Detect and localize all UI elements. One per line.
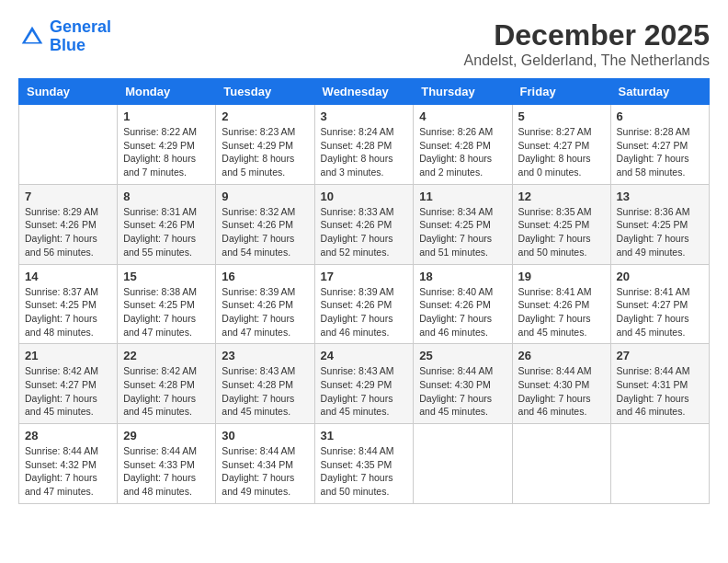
day-number: 3 (321, 109, 408, 123)
day-info: Sunrise: 8:42 AM Sunset: 4:27 PM Dayligh… (25, 364, 111, 419)
calendar-cell: 31Sunrise: 8:44 AM Sunset: 4:35 PM Dayli… (314, 424, 414, 504)
day-info: Sunrise: 8:23 AM Sunset: 4:29 PM Dayligh… (222, 125, 308, 179)
calendar-cell: 4Sunrise: 8:26 AM Sunset: 4:28 PM Daylig… (414, 105, 512, 185)
day-number: 26 (518, 349, 605, 362)
calendar-cell: 24Sunrise: 8:43 AM Sunset: 4:29 PM Dayli… (314, 344, 414, 424)
calendar-cell: 23Sunrise: 8:43 AM Sunset: 4:28 PM Dayli… (216, 344, 314, 424)
calendar-cell: 29Sunrise: 8:44 AM Sunset: 4:33 PM Dayli… (118, 424, 216, 504)
calendar-cell: 21Sunrise: 8:42 AM Sunset: 4:27 PM Dayli… (19, 344, 118, 424)
day-info: Sunrise: 8:35 AM Sunset: 4:25 PM Dayligh… (518, 205, 605, 259)
calendar-cell: 22Sunrise: 8:42 AM Sunset: 4:28 PM Dayli… (118, 344, 216, 424)
calendar-cell: 6Sunrise: 8:28 AM Sunset: 4:27 PM Daylig… (610, 105, 709, 185)
page-header: General Blue December 2025 Andelst, Geld… (18, 18, 710, 69)
logo-line2: Blue (50, 37, 111, 55)
day-number: 16 (222, 270, 308, 283)
calendar-cell: 12Sunrise: 8:35 AM Sunset: 4:25 PM Dayli… (512, 184, 610, 264)
calendar-cell: 15Sunrise: 8:38 AM Sunset: 4:25 PM Dayli… (118, 264, 216, 344)
day-info: Sunrise: 8:41 AM Sunset: 4:27 PM Dayligh… (617, 285, 703, 339)
calendar-cell (610, 424, 709, 504)
calendar-cell: 28Sunrise: 8:44 AM Sunset: 4:32 PM Dayli… (19, 424, 118, 504)
logo-line1: General (50, 17, 111, 36)
calendar-cell (19, 105, 118, 185)
day-info: Sunrise: 8:44 AM Sunset: 4:30 PM Dayligh… (419, 364, 506, 419)
day-number: 27 (617, 349, 703, 362)
day-number: 23 (222, 349, 308, 362)
calendar-week-row: 7Sunrise: 8:29 AM Sunset: 4:26 PM Daylig… (19, 184, 710, 264)
calendar-cell: 25Sunrise: 8:44 AM Sunset: 4:30 PM Dayli… (414, 344, 512, 424)
day-number: 12 (518, 190, 605, 203)
calendar-cell: 13Sunrise: 8:36 AM Sunset: 4:25 PM Dayli… (610, 184, 709, 264)
calendar-cell: 27Sunrise: 8:44 AM Sunset: 4:31 PM Dayli… (610, 344, 709, 424)
day-info: Sunrise: 8:29 AM Sunset: 4:26 PM Dayligh… (25, 205, 111, 259)
day-number: 28 (25, 429, 111, 442)
day-info: Sunrise: 8:36 AM Sunset: 4:25 PM Dayligh… (617, 205, 703, 259)
day-number: 2 (222, 109, 308, 123)
calendar-cell: 19Sunrise: 8:41 AM Sunset: 4:26 PM Dayli… (512, 264, 610, 344)
day-info: Sunrise: 8:22 AM Sunset: 4:29 PM Dayligh… (123, 125, 210, 179)
calendar-week-row: 14Sunrise: 8:37 AM Sunset: 4:25 PM Dayli… (19, 264, 710, 344)
day-number: 8 (123, 190, 210, 203)
calendar-cell: 17Sunrise: 8:39 AM Sunset: 4:26 PM Dayli… (314, 264, 414, 344)
day-info: Sunrise: 8:44 AM Sunset: 4:32 PM Dayligh… (25, 444, 111, 499)
day-info: Sunrise: 8:44 AM Sunset: 4:34 PM Dayligh… (222, 444, 308, 499)
column-header-sunday: Sunday (19, 79, 118, 105)
logo-icon (18, 23, 46, 51)
day-number: 4 (419, 109, 506, 123)
day-info: Sunrise: 8:24 AM Sunset: 4:28 PM Dayligh… (321, 125, 408, 179)
calendar-cell: 5Sunrise: 8:27 AM Sunset: 4:27 PM Daylig… (512, 105, 610, 185)
day-number: 25 (419, 349, 506, 362)
calendar-cell: 7Sunrise: 8:29 AM Sunset: 4:26 PM Daylig… (19, 184, 118, 264)
day-number: 14 (25, 270, 111, 283)
day-number: 22 (123, 349, 210, 362)
calendar-week-row: 21Sunrise: 8:42 AM Sunset: 4:27 PM Dayli… (19, 344, 710, 424)
day-info: Sunrise: 8:33 AM Sunset: 4:26 PM Dayligh… (321, 205, 408, 259)
column-header-saturday: Saturday (610, 79, 709, 105)
calendar-cell: 14Sunrise: 8:37 AM Sunset: 4:25 PM Dayli… (19, 264, 118, 344)
calendar-cell: 8Sunrise: 8:31 AM Sunset: 4:26 PM Daylig… (118, 184, 216, 264)
day-info: Sunrise: 8:42 AM Sunset: 4:28 PM Dayligh… (123, 364, 210, 419)
calendar-cell: 16Sunrise: 8:39 AM Sunset: 4:26 PM Dayli… (216, 264, 314, 344)
column-header-monday: Monday (118, 79, 216, 105)
title-block: December 2025 Andelst, Gelderland, The N… (464, 18, 710, 69)
day-info: Sunrise: 8:27 AM Sunset: 4:27 PM Dayligh… (518, 125, 605, 179)
day-number: 5 (518, 109, 605, 123)
column-header-tuesday: Tuesday (216, 79, 314, 105)
month-title: December 2025 (464, 18, 710, 52)
day-number: 20 (617, 270, 703, 283)
day-number: 29 (123, 429, 210, 442)
day-info: Sunrise: 8:32 AM Sunset: 4:26 PM Dayligh… (222, 205, 308, 259)
day-number: 13 (617, 190, 703, 203)
day-number: 9 (222, 190, 308, 203)
calendar-cell (414, 424, 512, 504)
calendar-week-row: 28Sunrise: 8:44 AM Sunset: 4:32 PM Dayli… (19, 424, 710, 504)
day-info: Sunrise: 8:44 AM Sunset: 4:33 PM Dayligh… (123, 444, 210, 499)
day-info: Sunrise: 8:44 AM Sunset: 4:35 PM Dayligh… (321, 444, 408, 499)
day-number: 31 (321, 429, 408, 442)
day-info: Sunrise: 8:43 AM Sunset: 4:28 PM Dayligh… (222, 364, 308, 419)
day-number: 17 (321, 270, 408, 283)
calendar-cell (512, 424, 610, 504)
day-info: Sunrise: 8:37 AM Sunset: 4:25 PM Dayligh… (25, 285, 111, 339)
day-number: 30 (222, 429, 308, 442)
column-header-thursday: Thursday (414, 79, 512, 105)
day-info: Sunrise: 8:44 AM Sunset: 4:31 PM Dayligh… (617, 364, 703, 419)
calendar-cell: 18Sunrise: 8:40 AM Sunset: 4:26 PM Dayli… (414, 264, 512, 344)
day-info: Sunrise: 8:38 AM Sunset: 4:25 PM Dayligh… (123, 285, 210, 339)
day-info: Sunrise: 8:41 AM Sunset: 4:26 PM Dayligh… (518, 285, 605, 339)
day-info: Sunrise: 8:40 AM Sunset: 4:26 PM Dayligh… (419, 285, 506, 339)
day-number: 21 (25, 349, 111, 362)
calendar-cell: 26Sunrise: 8:44 AM Sunset: 4:30 PM Dayli… (512, 344, 610, 424)
calendar-cell: 30Sunrise: 8:44 AM Sunset: 4:34 PM Dayli… (216, 424, 314, 504)
calendar-cell: 20Sunrise: 8:41 AM Sunset: 4:27 PM Dayli… (610, 264, 709, 344)
day-number: 7 (25, 190, 111, 203)
calendar-header-row: SundayMondayTuesdayWednesdayThursdayFrid… (19, 79, 710, 105)
logo-text: General Blue (50, 18, 111, 55)
day-number: 24 (321, 349, 408, 362)
day-info: Sunrise: 8:39 AM Sunset: 4:26 PM Dayligh… (321, 285, 408, 339)
calendar-cell: 9Sunrise: 8:32 AM Sunset: 4:26 PM Daylig… (216, 184, 314, 264)
location-subtitle: Andelst, Gelderland, The Netherlands (464, 52, 710, 69)
day-info: Sunrise: 8:26 AM Sunset: 4:28 PM Dayligh… (419, 125, 506, 179)
calendar-week-row: 1Sunrise: 8:22 AM Sunset: 4:29 PM Daylig… (19, 105, 710, 185)
day-number: 11 (419, 190, 506, 203)
calendar-table: SundayMondayTuesdayWednesdayThursdayFrid… (18, 78, 710, 504)
